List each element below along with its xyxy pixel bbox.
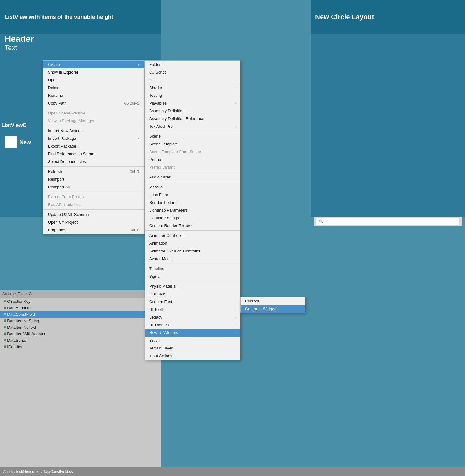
menu-item-label: Import Package (48, 136, 76, 141)
file-item[interactable]: #DataItemWithAdapter (0, 331, 161, 337)
create-menu-item-terrain-layer[interactable]: Terrain Layer (145, 344, 240, 352)
menu-item-select-dependencies[interactable]: Select Dependencies (43, 158, 144, 165)
create-menu-item-ui-toolkit[interactable]: UI Toolkit› (145, 306, 240, 313)
create-menu-item-label: Terrain Layer (149, 346, 173, 350)
create-menu-item-playables[interactable]: Playables› (145, 99, 240, 107)
left-header-title: ListView with items of the variable heig… (5, 14, 113, 20)
widgets-menu-item-generate-widgets[interactable]: Generate Widgets (241, 305, 305, 313)
create-menu-item-label: Signal (149, 274, 160, 279)
create-menu-item-label: Lightmap Parameters (149, 208, 188, 212)
menu-item-find-references-in-scene[interactable]: Find References In Scene (43, 150, 144, 158)
create-menu-item-assembly-definition-reference[interactable]: Assembly Definition Reference (145, 115, 240, 122)
create-menu-item-physic-material[interactable]: Physic Material (145, 282, 240, 290)
create-menu-item-brush[interactable]: Brush (145, 337, 240, 344)
new-item-label: New (19, 139, 31, 146)
create-menu-item-arrow: › (235, 323, 236, 327)
file-item[interactable]: #DataItemNoString (0, 318, 161, 324)
create-menu-item-2d[interactable]: 2D› (145, 76, 240, 84)
create-menu-item-label: Animator Override Controller (149, 249, 200, 253)
create-menu-item-gui-skin[interactable]: GUI Skin (145, 290, 240, 298)
menu-item-label: Update UXML Schema (48, 212, 89, 217)
create-menu-item-avatar-mask[interactable]: Avatar Mask (145, 255, 240, 263)
create-menu-item-custom-font[interactable]: Custom Font (145, 298, 240, 306)
create-menu-item-animator-controller[interactable]: Animator Controller (145, 232, 240, 239)
create-menu-separator (145, 230, 240, 231)
widgets-menu-item-label: Cursors (245, 299, 259, 303)
menu-item-label: Import New Asset... (48, 128, 83, 133)
file-item[interactable]: #DataAttribute (0, 305, 161, 311)
file-list: #CSectionKey#DataAttribute#DataConstFiel… (0, 298, 161, 476)
menu-item-create[interactable]: Create › (43, 61, 144, 68)
create-menu-item-label: Timeline (149, 266, 164, 271)
new-item-box: New (5, 136, 31, 148)
create-menu-item-folder[interactable]: Folder (145, 61, 240, 68)
menu-item-refresh[interactable]: RefreshCtrl+R (43, 168, 144, 175)
create-menu-item-lightmap-parameters[interactable]: Lightmap Parameters (145, 206, 240, 214)
menu-item-import-new-asset[interactable]: Import New Asset... (43, 127, 144, 135)
menu-item-show-in-explorer[interactable]: Show in Explorer (43, 68, 144, 76)
file-name: DataItemNoText (7, 325, 36, 330)
create-menu-item-audio-mixer[interactable]: Audio Mixer (145, 173, 240, 181)
create-menu-item-ui-themes[interactable]: UI Themes› (145, 321, 240, 329)
menu-item-label: Rename (48, 93, 63, 98)
menu-item-label: Open (48, 78, 58, 82)
create-menu-item-label: Playables (149, 101, 167, 105)
create-menu-item-lighting-settings[interactable]: Lighting Settings (145, 214, 240, 222)
create-menu-separator (145, 182, 240, 182)
menu-item-properties[interactable]: Properties...Alt+P (43, 226, 144, 234)
listviewc-label: ListViewC (2, 122, 27, 128)
create-menu-item-prefab[interactable]: Prefab (145, 156, 240, 163)
create-menu-item-scene-template[interactable]: Scene Template (145, 140, 240, 148)
file-item[interactable]: #IDataItem (0, 344, 161, 350)
file-item[interactable]: #DataSprite (0, 337, 161, 344)
menu-item-update-uxml-schema[interactable]: Update UXML Schema (43, 211, 144, 218)
create-menu-item-scene[interactable]: Scene (145, 132, 240, 140)
menu-item-reimport[interactable]: Reimport (43, 175, 144, 183)
create-menu-item-label: Material (149, 185, 163, 189)
menu-separator (43, 192, 144, 192)
create-menu-item-label: Render Texture (149, 200, 177, 205)
menu-item-export-package[interactable]: Export Package... (43, 142, 144, 150)
widgets-menu-item-cursors[interactable]: Cursors (241, 297, 305, 305)
create-menu-item-label: Avatar Mask (149, 256, 171, 261)
file-hash: # (4, 325, 6, 330)
menu-item-copy-path[interactable]: Copy PathAlt+Ctrl+C (43, 99, 144, 107)
create-menu-item-testing[interactable]: Testing› (145, 92, 240, 99)
create-menu-separator (145, 281, 240, 281)
file-item[interactable]: #CSectionKey (0, 298, 161, 305)
create-menu-item-timeline[interactable]: Timeline (145, 265, 240, 272)
menu-item-rename[interactable]: Rename (43, 92, 144, 99)
menu-item-shortcut: Alt+Ctrl+C (124, 101, 139, 105)
menu-item-delete[interactable]: Delete (43, 84, 144, 92)
right-header: New Circle Layout (311, 0, 465, 34)
file-name: IDataItem (7, 345, 24, 349)
create-menu-item-signal[interactable]: Signal (145, 272, 240, 280)
create-menu-item-c-script[interactable]: C# Script (145, 68, 240, 76)
create-menu-item-animation[interactable]: Animation (145, 239, 240, 247)
create-menu-item-new-ui-widgets[interactable]: New UI Widgets› (145, 329, 240, 337)
menu-item-open[interactable]: Open (43, 76, 144, 84)
menu-item-open-c-project[interactable]: Open C# Project (43, 218, 144, 226)
create-menu-item-material[interactable]: Material (145, 183, 240, 191)
file-name: DataAttribute (7, 306, 31, 310)
menu-item-import-package[interactable]: Import Package › (43, 135, 144, 142)
right-header-title: New Circle Layout (315, 13, 374, 21)
create-menu-item-label: UI Themes (149, 323, 169, 327)
create-menu-item-custom-render-texture[interactable]: Custom Render Texture (145, 222, 240, 229)
create-menu-item-arrow: › (235, 86, 236, 90)
file-name: DataItemNoString (7, 319, 39, 323)
create-menu-item-shader[interactable]: Shader› (145, 84, 240, 92)
create-menu-item-label: Lighting Settings (149, 216, 179, 220)
create-menu-item-legacy[interactable]: Legacy› (145, 313, 240, 321)
create-menu-item-input-actions[interactable]: Input Actions (145, 352, 240, 360)
create-menu-item-render-texture[interactable]: Render Texture (145, 199, 240, 206)
search-input[interactable] (316, 218, 459, 225)
create-menu-item-label: GUI Skin (149, 292, 165, 296)
create-menu-item-animator-override-controller[interactable]: Animator Override Controller (145, 247, 240, 255)
create-menu-item-lens-flare[interactable]: Lens Flare (145, 191, 240, 199)
menu-item-reimport-all[interactable]: Reimport All (43, 183, 144, 191)
create-menu-item-textmeshpro[interactable]: TextMeshPro› (145, 122, 240, 130)
create-menu-item-assembly-definition[interactable]: Assembly Definition (145, 107, 240, 115)
file-item[interactable]: #DataConstField (0, 311, 161, 318)
file-item[interactable]: #DataItemNoText (0, 324, 161, 331)
